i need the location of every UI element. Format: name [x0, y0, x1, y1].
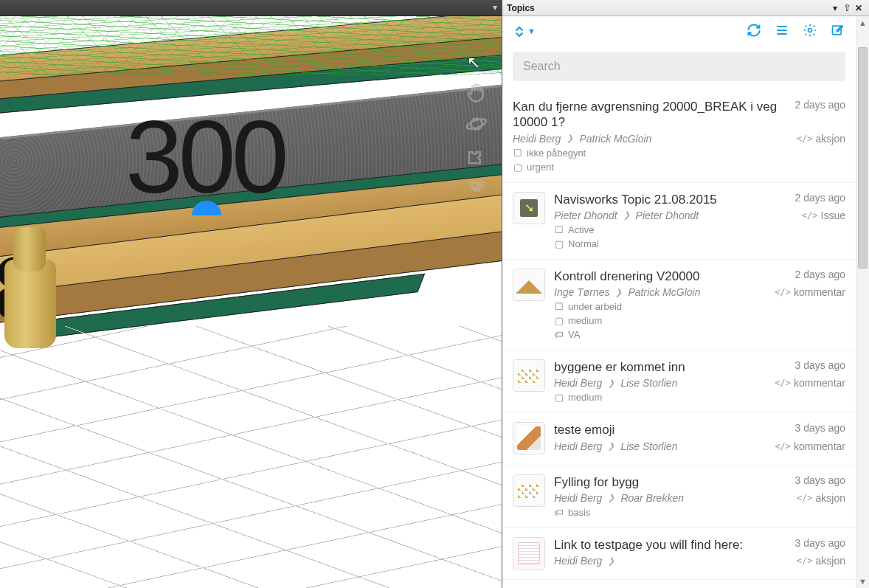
viewport-tool-column — [463, 75, 496, 204]
puzzle-icon[interactable] — [463, 142, 490, 168]
ground-grid — [0, 326, 502, 588]
chevron-right-icon: ❯ — [608, 556, 614, 566]
cylinder-object — [4, 260, 56, 348]
cursor-icon: ↖ — [467, 53, 480, 72]
topic-people: Heidi Berg ❯ Roar Brekken — [554, 492, 797, 504]
topic-time: 3 days ago — [795, 474, 846, 486]
chevron-right-icon: ❯ — [615, 288, 622, 297]
topic-item[interactable]: Kontroll drenering V20000 2 days ago Ing… — [502, 259, 856, 350]
wireframe-mesh — [0, 16, 502, 75]
topic-item[interactable]: Kan du fjerne avgrensning 20000_BREAK i … — [502, 90, 856, 182]
topic-thumbnail — [513, 269, 545, 301]
topic-meta: ☐Active — [554, 224, 845, 235]
helicopter-icon[interactable] — [463, 173, 490, 199]
chevron-right-icon: ❯ — [608, 441, 614, 451]
topic-kind: </>aksjon — [797, 555, 845, 567]
topic-kind: </>aksjon — [797, 133, 845, 145]
topic-meta: 🏷basis — [554, 507, 845, 518]
topic-kind: </>kommentar — [775, 440, 845, 452]
topic-kind: </>Issue — [802, 210, 845, 221]
topic-meta: ▢medium — [554, 315, 845, 326]
topic-kind: </>kommentar — [775, 377, 845, 389]
topic-time: 2 days ago — [795, 192, 846, 204]
settings-gear-icon[interactable] — [803, 23, 817, 40]
topic-item[interactable]: tester bilder på nytt 3 days ago — [502, 579, 856, 588]
list-icon[interactable] — [775, 23, 789, 40]
chevron-right-icon: ❯ — [567, 134, 573, 143]
search-input[interactable] — [513, 52, 845, 81]
topic-thumbnail — [513, 359, 545, 392]
panel-title: Topics — [507, 3, 829, 13]
topic-people: Heidi Berg ❯ Patrick McGloin — [513, 133, 797, 145]
topic-time: 3 days ago — [795, 537, 846, 549]
topic-thumbnail — [513, 537, 545, 570]
scroll-up-icon[interactable]: ▲ — [856, 16, 869, 30]
pin-icon[interactable]: ⇧ — [841, 2, 853, 13]
topic-item[interactable]: teste emoji 3 days ago Heidi Berg ❯ Lise… — [502, 412, 856, 464]
topics-list[interactable]: Kan du fjerne avgrensning 20000_BREAK i … — [502, 90, 856, 588]
dropdown-icon[interactable]: ▾ — [829, 3, 841, 13]
chevron-right-icon: ❯ — [608, 493, 614, 502]
topic-meta: ☐under arbeid — [554, 301, 845, 312]
topic-title: Navisworks Topic 21.08.2015 — [554, 192, 786, 207]
topic-kind: </>aksjon — [797, 492, 845, 504]
scroll-down-icon[interactable]: ▼ — [856, 575, 869, 588]
svg-point-1 — [465, 117, 487, 131]
scrollbar-thumb[interactable] — [858, 47, 868, 269]
orbit-planet-icon[interactable] — [463, 111, 490, 137]
topic-title: Fylling for bygg — [554, 474, 786, 490]
topic-thumbnail — [513, 474, 545, 507]
topic-meta: ▢medium — [554, 392, 845, 403]
close-icon[interactable]: ✕ — [853, 3, 865, 13]
topic-people: Inge Tørnes ❯ Patrick McGloin — [554, 286, 775, 298]
topic-people: Heidi Berg ❯ — [554, 555, 797, 567]
topic-meta: ▢Normal — [554, 238, 845, 249]
topic-people: Pieter Dhondt ❯ Pieter Dhondt — [554, 210, 802, 221]
viewport-3d[interactable]: 8 300 ↖ — [0, 0, 502, 588]
topic-meta: ▢urgent — [513, 162, 845, 173]
pan-hand-icon[interactable] — [463, 80, 490, 106]
topic-thumbnail: ➘ — [513, 192, 545, 224]
topic-time: 2 days ago — [795, 269, 846, 280]
chevron-right-icon: ❯ — [608, 378, 614, 388]
topics-toolbar: ▼ — [502, 16, 856, 47]
topic-title: teste emoji — [554, 422, 786, 437]
topic-thumbnail — [513, 422, 545, 454]
topic-meta: 🏷VA — [554, 329, 845, 340]
refresh-icon[interactable] — [747, 23, 761, 40]
svg-point-2 — [809, 29, 812, 32]
topic-item[interactable]: Fylling for bygg 3 days ago Heidi Berg ❯… — [502, 465, 856, 528]
topic-people: Heidi Berg ❯ Lise Storlien — [554, 440, 775, 452]
panel-header[interactable]: Topics ▾ ⇧ ✕ — [502, 0, 869, 16]
topic-title: Kan du fjerne avgrensning 20000_BREAK i … — [513, 99, 786, 131]
topic-meta: ☐ikke påbegynt — [513, 148, 845, 159]
station-label: 300 — [125, 97, 285, 217]
topic-time: 3 days ago — [795, 422, 846, 434]
topic-kind: </>kommentar — [775, 286, 845, 298]
topic-people: Heidi Berg ❯ Lise Storlien — [554, 377, 775, 389]
topic-title: Kontroll drenering V20000 — [554, 269, 786, 284]
viewport-tab-strip[interactable] — [0, 0, 502, 16]
sort-button[interactable]: ▼ — [513, 25, 536, 38]
topic-item[interactable]: byggene er kommet inn 3 days ago Heidi B… — [502, 350, 856, 412]
compose-edit-icon[interactable] — [831, 23, 845, 40]
topic-item[interactable]: Link to testpage you will find here: 3 d… — [502, 528, 856, 579]
topic-time: 2 days ago — [795, 99, 846, 111]
topic-time: 3 days ago — [795, 359, 846, 371]
chevron-right-icon: ❯ — [623, 210, 630, 220]
topics-panel: Topics ▾ ⇧ ✕ ▼ — [502, 0, 869, 588]
topic-title: Link to testpage you will find here: — [554, 537, 786, 553]
vertical-scrollbar[interactable]: ▲ ▼ — [856, 16, 869, 588]
topic-item[interactable]: ➘ Navisworks Topic 21.08.2015 2 days ago… — [502, 182, 856, 259]
topic-title: byggene er kommet inn — [554, 359, 786, 375]
viewport-canvas[interactable]: 8 300 ↖ — [0, 16, 502, 588]
